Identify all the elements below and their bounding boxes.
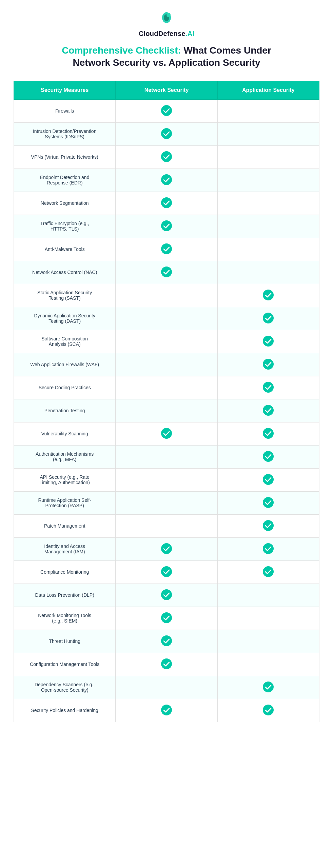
network-cell — [116, 560, 217, 584]
table-row: Security Policies and Hardening — [14, 699, 319, 722]
table-row: Anti-Malware Tools — [14, 238, 319, 261]
network-cell — [116, 353, 217, 376]
row-label: Penetration Testing — [14, 399, 116, 422]
page-title: Comprehensive Checklist: What Comes Unde… — [14, 44, 319, 69]
table-row: Identity and AccessManagement (IAM) — [14, 537, 319, 560]
row-label: Patch Management — [14, 514, 116, 537]
check-icon — [262, 566, 274, 578]
col-header-network: Network Security — [116, 81, 217, 99]
app-cell — [217, 699, 319, 722]
app-cell — [217, 607, 319, 630]
table-row: Network Monitoring Tools(e.g., SIEM) — [14, 607, 319, 630]
svg-point-24 — [263, 543, 274, 554]
row-label: Anti-Malware Tools — [14, 238, 116, 261]
network-cell — [116, 514, 217, 537]
row-label: Vulnerability Scanning — [14, 422, 116, 445]
network-cell — [116, 422, 217, 445]
table-row: Dynamic Application SecurityTesting (DAS… — [14, 307, 319, 330]
table-row: Runtime Application Self-Protection (RAS… — [14, 491, 319, 514]
network-cell — [116, 122, 217, 145]
network-cell — [116, 330, 217, 353]
network-cell — [116, 99, 217, 122]
svg-point-13 — [263, 336, 274, 347]
check-icon — [262, 542, 274, 555]
row-label: Threat Hunting — [14, 630, 116, 653]
check-icon — [262, 289, 274, 301]
network-cell — [116, 699, 217, 722]
check-icon — [160, 427, 173, 439]
row-label: Intrusion Detection/PreventionSystems (I… — [14, 122, 116, 145]
row-label: Network Segmentation — [14, 192, 116, 215]
main-table: Security Measures Network Security Appli… — [14, 81, 319, 722]
check-icon — [160, 243, 173, 255]
table-row: Configuration Management Tools — [14, 653, 319, 676]
row-label: Web Application Firewalls (WAF) — [14, 353, 116, 376]
svg-point-26 — [263, 566, 274, 577]
app-cell — [217, 192, 319, 215]
svg-point-21 — [263, 497, 274, 508]
table-header-row: Security Measures Network Security Appli… — [14, 81, 319, 99]
svg-point-16 — [263, 405, 274, 416]
svg-point-32 — [161, 705, 172, 715]
row-label: Data Loss Prevention (DLP) — [14, 584, 116, 607]
check-icon — [160, 174, 173, 186]
row-label: Compliance Monitoring — [14, 560, 116, 584]
check-icon — [160, 127, 173, 140]
page-wrapper: CloudDefense.AI Comprehensive Checklist:… — [0, 0, 333, 743]
app-cell — [217, 307, 319, 330]
row-label: Security Policies and Hardening — [14, 699, 116, 722]
check-icon — [160, 635, 173, 647]
app-cell — [217, 284, 319, 307]
svg-point-15 — [263, 382, 274, 393]
svg-point-4 — [161, 128, 172, 139]
row-label: Network Monitoring Tools(e.g., SIEM) — [14, 607, 116, 630]
network-cell — [116, 584, 217, 607]
app-cell — [217, 122, 319, 145]
app-cell — [217, 238, 319, 261]
svg-point-8 — [161, 220, 172, 231]
table-row: API Security (e.g., RateLimiting, Authen… — [14, 468, 319, 491]
network-cell — [116, 261, 217, 284]
check-icon — [262, 450, 274, 462]
app-cell — [217, 145, 319, 169]
table-row: Compliance Monitoring — [14, 560, 319, 584]
check-icon — [160, 104, 173, 117]
network-cell — [116, 284, 217, 307]
check-icon — [262, 404, 274, 416]
table-row: Intrusion Detection/PreventionSystems (I… — [14, 122, 319, 145]
svg-point-22 — [263, 520, 274, 531]
svg-point-28 — [161, 612, 172, 623]
row-label: Dependency Scanners (e.g.,Open-source Se… — [14, 676, 116, 699]
app-cell — [217, 514, 319, 537]
table-row: Network Access Control (NAC) — [14, 261, 319, 284]
table-row: Threat Hunting — [14, 630, 319, 653]
network-cell — [116, 607, 217, 630]
app-cell — [217, 653, 319, 676]
network-cell — [116, 676, 217, 699]
app-cell — [217, 445, 319, 468]
logo-section: CloudDefense.AI — [14, 10, 319, 38]
svg-point-6 — [161, 174, 172, 185]
app-cell — [217, 376, 319, 399]
svg-point-10 — [161, 267, 172, 277]
row-label: Runtime Application Self-Protection (RAS… — [14, 491, 116, 514]
check-icon — [160, 612, 173, 624]
row-label: Identity and AccessManagement (IAM) — [14, 537, 116, 560]
row-label: Network Access Control (NAC) — [14, 261, 116, 284]
table-row: Traffic Encryption (e.g.,HTTPS, TLS) — [14, 215, 319, 238]
network-cell — [116, 238, 217, 261]
table-row: Network Segmentation — [14, 192, 319, 215]
network-cell — [116, 145, 217, 169]
network-cell — [116, 537, 217, 560]
logo-text: CloudDefense.AI — [139, 30, 195, 38]
app-cell — [217, 330, 319, 353]
network-cell — [116, 215, 217, 238]
table-row: Penetration Testing — [14, 399, 319, 422]
check-icon — [160, 566, 173, 578]
table-row: VPNs (Virtual Private Networks) — [14, 145, 319, 169]
check-icon — [160, 266, 173, 278]
check-icon — [160, 197, 173, 209]
check-icon — [160, 704, 173, 716]
check-icon — [262, 681, 274, 693]
svg-point-5 — [161, 151, 172, 162]
